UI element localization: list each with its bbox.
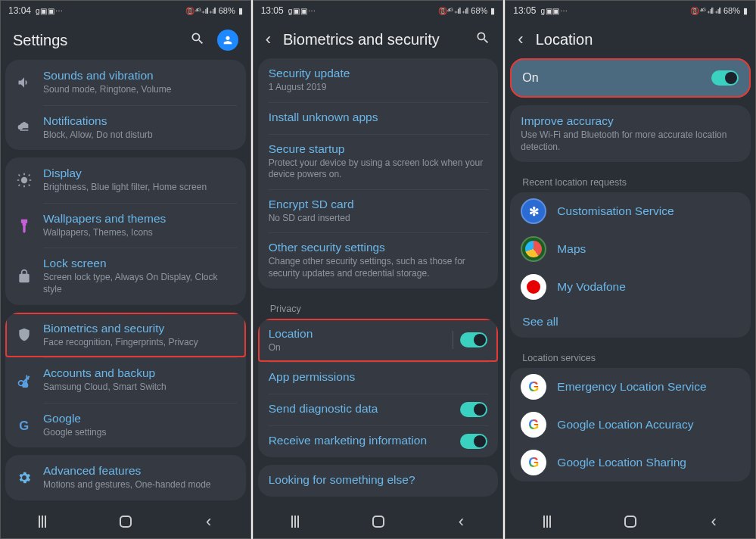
security-row-other-security-settings[interactable]: Other security settingsChange other secu… (258, 232, 499, 288)
google-icon: G (521, 450, 546, 475)
row-title: Send diagnostic data (269, 402, 450, 416)
status-signal-icons: 📵 ⁴ᴳ ₊ıll ₊ıll (438, 7, 468, 15)
nav-home-button[interactable] (103, 516, 148, 528)
nav-home-button[interactable] (608, 516, 653, 528)
looking-for-something-row[interactable]: Looking for something else? (258, 465, 499, 497)
status-bar: 13:05 g ▣ ▣ ⋯ 📵 ⁴ᴳ ₊ıll ₊ıll 68% ▮ (506, 1, 755, 20)
location-master-toggle-row[interactable]: On (510, 58, 751, 98)
see-all-button[interactable]: See all (510, 306, 751, 338)
svg-line-6 (19, 174, 20, 176)
recent-app-customisation-service[interactable]: ✻Customisation Service (510, 192, 751, 230)
toggle[interactable] (460, 402, 487, 417)
screen-settings: 13:04 g ▣ ▣ ⋯ 📵 ⁴ᴳ ₊ıll ₊ıll 68% ▮ Setti… (0, 0, 251, 539)
nav-bar: ‹ (254, 505, 503, 538)
nav-back-button[interactable]: ‹ (691, 512, 736, 531)
sun-icon (16, 173, 33, 188)
improve-accuracy-row[interactable]: Improve accuracy Use Wi-Fi and Bluetooth… (510, 105, 751, 162)
settings-row-accounts-and-backup[interactable]: Accounts and backupSamsung Cloud, Smart … (5, 357, 246, 403)
shield-icon (16, 327, 33, 342)
screen-biometrics: 13:05 g ▣ ▣ ⋯ 📵 ⁴ᴳ ₊ıll ₊ıll 68% ▮ ‹ Bio… (253, 0, 504, 539)
app-bar: Settings (1, 20, 250, 60)
nav-bar: ‹ (506, 505, 755, 538)
row-subtitle: No SD card inserted (269, 213, 488, 225)
row-title: Notifications (43, 114, 235, 128)
privacy-row-location[interactable]: LocationOn (258, 319, 499, 363)
google-icon: G (521, 412, 546, 438)
row-subtitle: Sound mode, Ringtone, Volume (43, 84, 235, 96)
status-bar: 13:05 g ▣ ▣ ⋯ 📵 ⁴ᴳ ₊ıll ₊ıll 68% ▮ (254, 1, 503, 20)
row-subtitle: Protect your device by using a screen lo… (269, 157, 488, 181)
security-list[interactable]: Security update1 August 2019Install unkn… (254, 58, 503, 505)
settings-row-wallpapers-and-themes[interactable]: Wallpapers and themesWallpapers, Themes,… (5, 203, 246, 248)
svg-line-7 (29, 185, 30, 186)
security-row-security-update[interactable]: Security update1 August 2019 (258, 58, 499, 102)
service-google-location-accuracy[interactable]: GGoogle Location Accuracy (510, 406, 751, 444)
status-battery: 68% (723, 6, 740, 15)
volume-icon (16, 75, 33, 90)
status-bar: 13:04 g ▣ ▣ ⋯ 📵 ⁴ᴳ ₊ıll ₊ıll 68% ▮ (1, 1, 250, 20)
privacy-row-receive-marketing-information[interactable]: Receive marketing information (258, 425, 499, 457)
row-title: Advanced features (43, 464, 235, 478)
app-bar: ‹ Biometrics and security (254, 20, 503, 58)
recent-requests-label: Recent location requests (510, 170, 751, 192)
nav-recents-button[interactable] (524, 516, 570, 528)
back-icon[interactable]: ‹ (518, 30, 523, 49)
privacy-row-send-diagnostic-data[interactable]: Send diagnostic data (258, 394, 499, 425)
settings-row-biometrics-and-security[interactable]: Biometrics and securityFace recognition,… (5, 313, 246, 358)
nav-back-button[interactable]: ‹ (438, 512, 484, 531)
row-title: Encrypt SD card (269, 198, 488, 211)
page-title: Biometrics and security (283, 31, 463, 48)
row-title: Sounds and vibration (43, 69, 235, 83)
location-toggle[interactable] (711, 70, 739, 86)
svg-text:G: G (19, 418, 29, 432)
security-row-install-unknown-apps[interactable]: Install unknown apps (258, 102, 499, 134)
recent-app-my-vodafone[interactable]: My Vodafone (510, 268, 751, 306)
row-subtitle: Google settings (43, 427, 235, 439)
status-time: 13:05 (513, 5, 536, 16)
settings-row-notifications[interactable]: NotificationsBlock, Allow, Do not distur… (5, 105, 246, 151)
search-icon[interactable] (190, 31, 205, 50)
settings-row-sounds-and-vibration[interactable]: Sounds and vibrationSound mode, Ringtone… (5, 60, 246, 105)
status-time: 13:05 (261, 5, 284, 16)
profile-avatar[interactable] (217, 30, 238, 51)
app-label: Customisation Service (557, 204, 674, 218)
toggle[interactable] (460, 332, 487, 347)
brush-icon (16, 218, 33, 233)
row-title: Other security settings (269, 241, 488, 254)
row-title: Display (43, 167, 235, 180)
screen-location: 13:05 g ▣ ▣ ⋯ 📵 ⁴ᴳ ₊ıll ₊ıll 68% ▮ ‹ Loc… (505, 0, 756, 539)
toggle[interactable] (460, 434, 487, 449)
customisation-icon: ✻ (521, 198, 546, 224)
row-subtitle: Brightness, Blue light filter, Home scre… (43, 182, 235, 194)
status-battery: 68% (471, 6, 487, 15)
settings-row-advanced-features[interactable]: Advanced featuresMotions and gestures, O… (5, 455, 246, 500)
recent-app-maps[interactable]: Maps (510, 230, 751, 268)
vodafone-icon (521, 274, 546, 300)
nav-recents-button[interactable] (272, 516, 318, 528)
security-row-encrypt-sd-card[interactable]: Encrypt SD cardNo SD card inserted (258, 189, 499, 233)
maps-icon (521, 236, 546, 262)
app-label: Google Location Sharing (557, 456, 686, 469)
row-subtitle: Change other security settings, such as … (269, 256, 488, 279)
privacy-row-app-permissions[interactable]: App permissions (258, 362, 499, 394)
nav-recents-button[interactable] (20, 516, 65, 528)
location-list[interactable]: On Improve accuracy Use Wi-Fi and Blueto… (506, 58, 755, 505)
row-subtitle: 1 August 2019 (269, 82, 488, 94)
service-emergency-location-service[interactable]: GEmergency Location Service (510, 368, 751, 406)
service-google-location-sharing[interactable]: GGoogle Location Sharing (510, 444, 751, 481)
nav-back-button[interactable]: ‹ (186, 512, 232, 531)
settings-row-display[interactable]: DisplayBrightness, Blue light filter, Ho… (5, 157, 246, 203)
nav-home-button[interactable] (356, 516, 401, 528)
status-time: 13:04 (8, 5, 31, 16)
back-icon[interactable]: ‹ (266, 30, 271, 49)
security-row-secure-startup[interactable]: Secure startupProtect your device by usi… (258, 134, 499, 189)
row-title: Security update (269, 67, 488, 80)
row-subtitle: Motions and gestures, One-handed mode (43, 479, 235, 491)
row-title: Lock screen (43, 257, 235, 270)
search-icon[interactable] (475, 30, 490, 49)
settings-list[interactable]: Sounds and vibrationSound mode, Ringtone… (1, 60, 250, 505)
app-bar: ‹ Location (506, 20, 755, 58)
settings-row-lock-screen[interactable]: Lock screenScreen lock type, Always On D… (5, 248, 246, 304)
settings-row-google[interactable]: GGoogleGoogle settings (5, 403, 246, 448)
row-title: Location (269, 327, 450, 341)
